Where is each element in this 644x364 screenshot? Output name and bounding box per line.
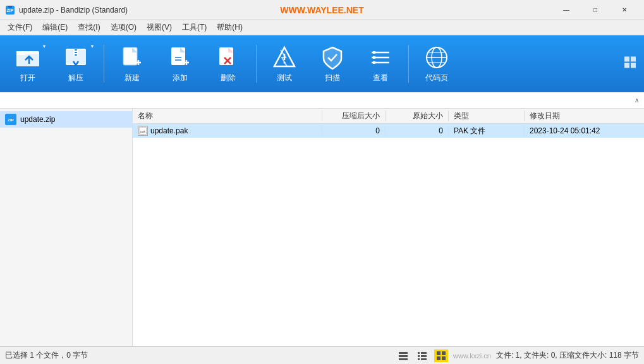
extract-label: 解压 [68,73,83,83]
svg-rect-60 [442,351,446,355]
svg-rect-53 [418,352,420,354]
svg-rect-11 [75,52,77,53]
status-view-list[interactable] [415,349,429,362]
menu-tools[interactable]: 工具(T) [177,21,212,34]
menu-file[interactable]: 文件(F) [3,21,37,34]
svg-text:pak: pak [140,130,146,133]
sidebar-item-label: update.zip [20,115,55,124]
svg-rect-34 [373,51,375,54]
window-controls: — □ ✕ [552,0,639,20]
toolbar: ▼ 打开 ▼ 解压 [0,35,644,92]
sidebar-item-updatezip[interactable]: ZIP update.zip [0,111,132,128]
toolbar-new-button[interactable]: 新建 [109,39,155,89]
title-bar: ZIP update.zip - Bandizip (Standard) WWW… [0,0,644,20]
svg-rect-10 [75,49,77,51]
zip-file-icon: ZIP [5,114,16,125]
status-file-info: 文件: 1, 文件夹: 0, 压缩文件大小: 118 字节 [496,350,639,361]
toolbar-divider-2 [256,45,257,83]
col-header-original: 原始大小 [386,111,449,121]
file-name: update.pak [150,126,188,135]
file-compressed-size: 0 [322,126,386,135]
codepage-label: 代码页 [425,73,448,83]
test-label: 测试 [277,73,292,83]
file-original-size: 0 [386,126,449,135]
toolbar-delete-button[interactable]: 删除 [205,39,251,89]
svg-rect-62 [442,356,446,360]
svg-rect-50 [399,352,408,354]
svg-rect-35 [373,56,375,59]
svg-text:ZIP: ZIP [7,8,14,13]
file-name-cell: pak update.pak [133,126,322,136]
menu-view[interactable]: 视图(V) [142,21,177,34]
toolbar-scan-button[interactable]: 扫描 [310,39,355,89]
menu-bar: 文件(F) 编辑(E) 查找(I) 选项(O) 视图(V) 工具(T) 帮助(H… [0,20,644,35]
close-button[interactable]: ✕ [610,0,639,20]
svg-text:ZIP: ZIP [8,118,13,122]
open-dropdown-arrow[interactable]: ▼ [42,44,47,49]
toolbar-open-button[interactable]: ▼ 打开 [5,39,51,89]
svg-rect-36 [373,61,375,64]
open-label: 打开 [20,73,35,83]
svg-rect-56 [421,355,427,357]
extract-dropdown-arrow[interactable]: ▼ [90,44,95,49]
svg-rect-12 [75,54,77,56]
svg-rect-18 [171,47,185,65]
status-bar: 已选择 1 个文件，0 字节 [0,346,644,364]
nav-bar: ∧ [0,92,644,109]
toolbar-divider-1 [104,45,104,83]
toolbar-extract-button[interactable]: ▼ 解压 [53,39,99,89]
toolbar-view-button[interactable]: 查看 [358,39,403,89]
svg-rect-54 [421,352,427,354]
svg-rect-42 [624,57,629,62]
svg-rect-1 [8,6,12,8]
svg-rect-45 [631,63,636,68]
toolbar-add-button[interactable]: 添加 [157,39,203,89]
svg-rect-44 [624,63,629,68]
file-date: 2023-10-24 05:01:42 [525,126,644,135]
svg-rect-13 [123,47,137,65]
file-list: 名称 压缩后大小 原始大小 类型 修改日期 pak update.pak 0 0… [133,109,644,346]
nav-up-arrow[interactable]: ∧ [635,97,639,104]
col-header-date: 修改日期 [525,111,644,121]
status-right: www.kxzi.cn 文件: 1, 文件夹: 0, 压缩文件大小: 118 字… [396,349,639,362]
grid-view-icon[interactable] [624,56,636,72]
add-label: 添加 [173,73,188,83]
menu-edit[interactable]: 编辑(E) [37,21,73,34]
svg-rect-4 [16,54,39,66]
file-list-header: 名称 压缩后大小 原始大小 类型 修改日期 [133,109,644,124]
svg-rect-51 [399,355,408,357]
menu-options[interactable]: 选项(O) [106,21,142,34]
minimize-button[interactable]: — [552,0,581,20]
status-view-icons[interactable] [434,349,448,362]
toolbar-test-button[interactable]: 测试 [262,39,307,89]
svg-rect-52 [399,358,408,360]
svg-rect-59 [437,351,440,355]
content-area: ZIP update.zip 名称 压缩后大小 原始大小 类型 修改日期 pak [0,109,644,346]
view-label: 查看 [373,73,388,83]
status-view-details[interactable] [396,349,410,362]
col-header-compressed: 压缩后大小 [322,111,386,121]
toolbar-codepage-button[interactable]: 代码页 [414,39,459,89]
app-icon: ZIP [5,5,15,15]
title-watermark: WWW.WAYLEE.NET [280,5,363,15]
menu-help[interactable]: 帮助(H) [212,21,248,34]
col-header-type: 类型 [449,111,525,121]
svg-rect-43 [631,57,636,62]
svg-rect-55 [418,355,420,357]
svg-rect-61 [437,356,440,360]
status-watermark: www.kxzi.cn [453,352,491,360]
delete-label: 删除 [221,73,236,83]
maximize-button[interactable]: □ [581,0,610,20]
status-selected: 已选择 1 个文件，0 字节 [5,350,396,361]
toolbar-divider-3 [408,45,409,83]
col-header-name: 名称 [133,111,322,121]
file-type: PAK 文件 [449,126,525,136]
new-label: 新建 [125,73,140,83]
svg-rect-5 [16,51,25,55]
scan-label: 扫描 [325,73,340,83]
svg-rect-58 [421,358,427,360]
svg-rect-57 [418,358,420,360]
menu-find[interactable]: 查找(I) [73,21,105,34]
table-row[interactable]: pak update.pak 0 0 PAK 文件 2023-10-24 05:… [133,124,644,138]
sidebar: ZIP update.zip [0,109,133,346]
